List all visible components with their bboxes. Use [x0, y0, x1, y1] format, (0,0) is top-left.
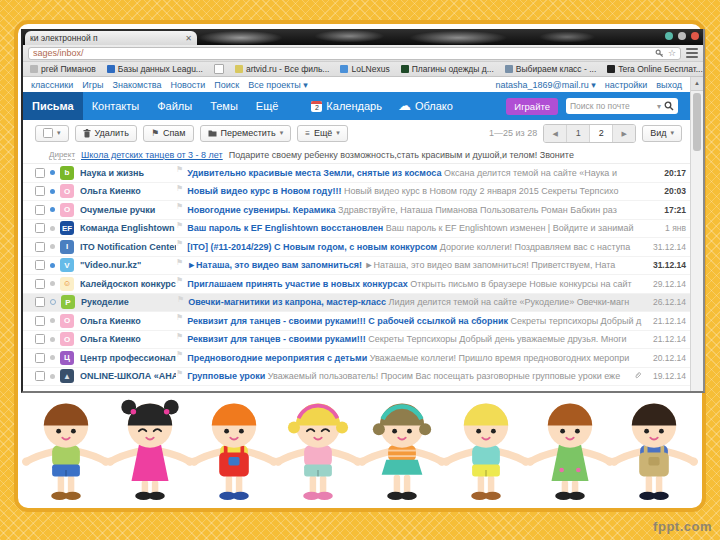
- mail-nav-item[interactable]: Темы: [201, 92, 247, 120]
- ad-link[interactable]: Школа детских танцев от 3 - 8 лет: [81, 150, 223, 160]
- email-checkbox[interactable]: [35, 334, 45, 344]
- more-button[interactable]: ≡ Ещё▾: [297, 125, 348, 142]
- email-sender[interactable]: Ольга Киенко: [80, 334, 176, 344]
- email-row[interactable]: b Наука и жизнь ⚑ Удивительно красивые м…: [23, 164, 690, 183]
- email-checkbox[interactable]: [35, 316, 45, 326]
- email-subject-line[interactable]: Удивительно красивые места Земли, снятые…: [187, 168, 644, 178]
- flag-marker-icon[interactable]: ⚑: [176, 202, 183, 211]
- email-checkbox[interactable]: [35, 186, 45, 196]
- page-2-button[interactable]: 2: [590, 125, 613, 142]
- scrollbar-up-arrow[interactable]: ▲: [691, 77, 703, 91]
- spam-button[interactable]: ⚑ Спам: [143, 125, 194, 142]
- cloud-link[interactable]: ☁ Облако: [390, 100, 461, 112]
- unread-indicator[interactable]: [50, 318, 55, 323]
- portal-nav-item[interactable]: классники: [31, 80, 73, 90]
- email-checkbox[interactable]: [35, 297, 45, 307]
- email-subject-line[interactable]: Ваш пароль к EF Englishtown восстановлен…: [187, 223, 644, 233]
- key-icon[interactable]: [655, 49, 664, 58]
- unread-indicator[interactable]: [50, 189, 55, 194]
- email-row[interactable]: V "Video.nur.kz" ⚑ ►Наташа, это видео ва…: [23, 257, 690, 276]
- bookmark-item[interactable]: ргей Пиманов: [30, 64, 96, 74]
- email-checkbox[interactable]: [35, 242, 45, 252]
- bookmark-item[interactable]: Выбираем класс - ...: [505, 64, 596, 74]
- flag-marker-icon[interactable]: ⚑: [176, 258, 183, 267]
- email-subject-line[interactable]: Новый видео курс в Новом году!!! Новый в…: [187, 186, 644, 196]
- email-row[interactable]: Ц Центр профессиональны ⚑ Предновогодние…: [23, 349, 690, 368]
- email-sender[interactable]: Команда Englishtown: [80, 223, 176, 233]
- flag-marker-icon[interactable]: ⚑: [176, 165, 183, 174]
- email-checkbox[interactable]: [35, 279, 45, 289]
- email-subject-line[interactable]: Овечки-магнитики из капрона, мастер-клас…: [188, 297, 644, 307]
- email-row[interactable]: ▲ ONLINE-ШКОЛА «АНА ТЕ ⚑ Групповые уроки…: [23, 368, 690, 387]
- delete-button[interactable]: Удалить: [75, 125, 137, 142]
- email-subject-line[interactable]: Новогодние сувениры. Керамика Здравствуй…: [187, 205, 644, 215]
- unread-indicator[interactable]: [50, 170, 55, 175]
- email-sender[interactable]: Ольга Киенко: [80, 186, 176, 196]
- play-button[interactable]: Играйте: [506, 98, 558, 115]
- close-button[interactable]: [691, 32, 699, 40]
- next-page-button[interactable]: ▶: [613, 125, 635, 142]
- calendar-link[interactable]: 2 Календарь: [303, 100, 390, 112]
- search-scope-caret[interactable]: ▾: [657, 102, 661, 111]
- portal-nav-item[interactable]: Все проекты ▾: [248, 80, 308, 90]
- mail-nav-item[interactable]: Файлы: [148, 92, 201, 120]
- select-all-button[interactable]: ▾: [35, 125, 69, 142]
- email-checkbox[interactable]: [35, 223, 45, 233]
- email-sender[interactable]: Калейдоскоп конкурсов: [80, 279, 176, 289]
- mail-nav-item[interactable]: Контакты: [83, 92, 149, 120]
- bookmark-item[interactable]: Tera Online Бесплат...: [607, 64, 703, 74]
- minimize-button[interactable]: [665, 32, 673, 40]
- mail-search-input[interactable]: Поиск по почте ▾: [566, 98, 678, 114]
- browser-menu-icon[interactable]: [686, 48, 698, 58]
- email-row[interactable]: O Ольга Киенко ⚑ Новый видео курс в Ново…: [23, 183, 690, 202]
- page-1-button[interactable]: 1: [567, 125, 590, 142]
- email-sender[interactable]: ITO Notification Center: [80, 242, 176, 252]
- email-checkbox[interactable]: [35, 353, 45, 363]
- bookmark-item[interactable]: Базы данных Leagu...: [107, 64, 203, 74]
- logout-link[interactable]: выход: [656, 80, 682, 90]
- email-sender[interactable]: Ольга Киенко: [80, 316, 176, 326]
- ad-label[interactable]: Директ: [49, 150, 75, 160]
- portal-nav-item[interactable]: Игры: [82, 80, 103, 90]
- unread-indicator[interactable]: [50, 374, 55, 379]
- email-row[interactable]: ☺ Калейдоскоп конкурсов ⚑ Приглашаем при…: [23, 275, 690, 294]
- tab-close-icon[interactable]: ✕: [185, 34, 192, 43]
- portal-nav-item[interactable]: Новости: [170, 80, 205, 90]
- bookmark-item[interactable]: [214, 64, 224, 74]
- unread-indicator[interactable]: [50, 226, 55, 231]
- view-button[interactable]: Вид▾: [642, 125, 682, 142]
- unread-indicator[interactable]: [50, 207, 55, 212]
- unread-indicator[interactable]: [50, 244, 55, 249]
- flag-marker-icon[interactable]: ⚑: [177, 295, 184, 304]
- bookmark-item[interactable]: artvid.ru - Все филь...: [235, 64, 329, 74]
- email-subject-line[interactable]: [ITO] (#11-2014/229) С Новым годом, с но…: [187, 242, 644, 252]
- portal-nav-item[interactable]: Поиск: [214, 80, 239, 90]
- select-all-checkbox[interactable]: [43, 128, 53, 138]
- browser-tab[interactable]: ки электронной п ✕: [25, 31, 197, 45]
- mail-nav-item[interactable]: Ещё: [247, 92, 288, 120]
- flag-marker-icon[interactable]: ⚑: [176, 221, 183, 230]
- account-email[interactable]: natasha_1869@mail.ru ▾: [495, 80, 595, 90]
- mail-nav-letters[interactable]: Письма: [23, 92, 83, 120]
- flag-marker-icon[interactable]: ⚑: [176, 350, 183, 359]
- email-subject-line[interactable]: Реквизит для танцев - своими руками!!! С…: [187, 316, 644, 326]
- bookmark-item[interactable]: LoLNexus: [340, 64, 389, 74]
- unread-indicator[interactable]: [50, 281, 55, 286]
- search-icon[interactable]: [664, 101, 674, 111]
- prev-page-button[interactable]: ◀: [544, 125, 567, 142]
- bookmark-star-icon[interactable]: ☆: [668, 48, 676, 58]
- email-sender[interactable]: ONLINE-ШКОЛА «АНА ТЕ: [80, 371, 176, 381]
- flag-marker-icon[interactable]: ⚑: [176, 239, 183, 248]
- email-sender[interactable]: Рукоделие: [81, 297, 177, 307]
- email-subject-line[interactable]: Групповые уроки Уважаемый пользователь! …: [187, 371, 632, 381]
- email-subject-line[interactable]: Реквизит для танцев - своими руками!!! С…: [187, 334, 644, 344]
- email-sender[interactable]: Центр профессиональны: [80, 353, 176, 363]
- email-subject-line[interactable]: ►Наташа, это видео вам запомниться! ►Нат…: [187, 260, 644, 270]
- email-checkbox[interactable]: [35, 260, 45, 270]
- email-row[interactable]: O Очумелые ручки ⚑ Новогодние сувениры. …: [23, 201, 690, 220]
- email-sender[interactable]: Наука и жизнь: [80, 168, 176, 178]
- email-row[interactable]: O Ольга Киенко ⚑ Реквизит для танцев - с…: [23, 331, 690, 350]
- move-button[interactable]: Переместить▾: [200, 125, 292, 142]
- portal-nav-item[interactable]: Знакомства: [113, 80, 162, 90]
- email-subject-line[interactable]: Приглашаем принять участие в новых конку…: [187, 279, 644, 289]
